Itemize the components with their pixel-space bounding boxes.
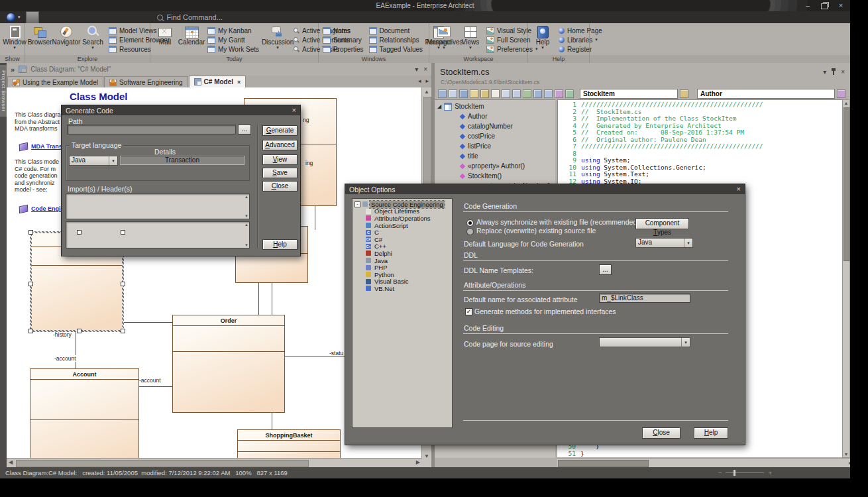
close-icon[interactable]: × [292,107,296,114]
view-button[interactable]: View [262,154,298,165]
scroll-left-icon[interactable]: ◀ [9,459,13,465]
expander-icon[interactable]: - [354,201,360,207]
diagram-horizontal-scrollbar[interactable]: ◀ ▶ [7,458,422,467]
radio-always-synchronize-label[interactable]: Always synchronize with existing file (r… [476,218,639,226]
scroll-up-icon[interactable]: ▲ [244,223,248,227]
toolbar-icon[interactable] [555,89,563,98]
scrollbar-thumb[interactable] [16,460,309,467]
ribbon-tab[interactable] [75,11,87,23]
mda-transform-link[interactable]: MDA Transf [31,143,64,150]
toolbar-icon[interactable] [544,89,553,98]
selection-handle[interactable] [121,329,125,333]
component-types-button[interactable]: Component Types [635,218,689,229]
scroll-right-icon[interactable]: ▸ [849,460,850,466]
calendar-button[interactable]: Calendar [178,24,205,46]
tree-item[interactable]: ◢ StockItem [435,101,555,111]
browse-button[interactable]: ... [238,125,251,135]
selection-handle[interactable] [28,329,33,333]
code-vertical-scrollbar[interactable]: ▲ ▼ [842,99,850,458]
scrollbar-thumb[interactable] [843,107,850,261]
ribbon-tab[interactable] [51,11,63,23]
toolbar-icon[interactable] [523,89,531,98]
uml-class-order[interactable]: Order [172,315,285,413]
options-tree-item[interactable]: Attribute/Operations [353,215,452,222]
ribbon-small-item[interactable]: Document [369,27,423,34]
scroll-down-icon[interactable]: ▼ [244,214,248,218]
close-icon[interactable]: × [237,79,241,85]
code-horizontal-scrollbar[interactable]: ▸ [557,458,850,468]
path-input[interactable] [67,125,236,135]
tab-csharp-model[interactable]: C# Model × [189,76,246,87]
class-selector-combo[interactable]: StockItem [580,89,678,99]
zoom-thumb[interactable] [733,470,735,476]
selection-handle[interactable] [77,329,81,333]
ribbon-tab[interactable] [123,11,135,23]
tree-item[interactable]: StockItem() [435,171,555,181]
ribbon-small-item[interactable]: My Kanban [207,27,262,34]
options-tree-item[interactable]: C# C# [353,236,452,243]
ribbon-tab[interactable] [111,11,123,23]
dialog-title-bar[interactable]: Object Options × [345,184,745,194]
scroll-up-icon[interactable]: ▲ [244,195,248,199]
generate-button[interactable]: Generate [262,125,298,136]
project-browser-tab[interactable]: Project Browser [0,65,7,117]
zoom-track[interactable] [726,472,764,473]
ribbon-tab[interactable] [39,11,51,23]
toolbar-icon[interactable] [512,89,521,98]
selection-handle[interactable] [28,282,33,286]
ribbon-tab[interactable] [135,11,146,23]
toolbar-icon[interactable] [837,89,845,98]
ribbon-small-item[interactable]: My Gantt [207,36,262,44]
scrollbar-thumb[interactable] [558,460,649,467]
toolbar-icon[interactable] [449,89,457,98]
options-tree-item[interactable]: Visual Basic [353,278,452,286]
tab-prev-icon[interactable]: ◂ [418,78,421,84]
ribbon-small-item[interactable]: Summary [323,36,364,44]
restore-button[interactable] [821,3,828,9]
toolbar-icon[interactable] [491,89,500,98]
selection-handle[interactable] [121,282,125,286]
find-command[interactable]: Find Command... [157,11,223,23]
code-page-combo[interactable]: ▾ [599,337,690,347]
tab-next-icon[interactable]: ▸ [425,78,429,84]
imports-textarea-1[interactable]: ▲ ▼ [66,193,250,219]
browser-button[interactable]: Browser [27,24,53,46]
gen-methods-label[interactable]: Generate methods for implemented interfa… [474,307,616,315]
ribbon-tab[interactable] [99,11,111,23]
tree-item[interactable]: costPrice [435,131,555,141]
toolbar-icon[interactable] [680,89,688,98]
gen-methods-checkbox[interactable]: ✓ [465,308,472,315]
scroll-up-icon[interactable]: ▲ [843,101,849,105]
ribbon-tab[interactable] [87,11,99,23]
scroll-down-icon[interactable]: ▼ [843,452,849,457]
scroll-down-icon[interactable]: ▼ [244,243,248,247]
tab-software-engineering[interactable]: Software Engineering [104,76,188,87]
zoom-out-icon[interactable]: − [718,469,722,476]
attr-name-input[interactable]: m_$LinkClass [599,294,690,303]
selection-handle[interactable] [28,230,33,235]
toolbar-icon[interactable] [533,89,542,98]
options-tree-item[interactable]: Python [353,271,452,278]
chevron-down-icon[interactable]: ▾ [415,66,418,73]
window-button[interactable]: Window ▾ [1,24,28,50]
default-language-combo[interactable]: Java ▾ [635,238,693,248]
help-button[interactable]: Help [262,239,298,250]
radio-replace-overwrite-label[interactable]: Replace (overwrite) existing source file [476,227,596,235]
options-tree-item[interactable]: ActionScript [353,222,452,229]
options-tree-item[interactable]: - Source Code Engineering [353,201,452,208]
ribbon-small-item[interactable]: Tagged Values [369,45,423,53]
member-selector-combo[interactable]: Author [697,89,835,99]
ribbon-tab[interactable] [26,11,39,23]
target-language-combo[interactable]: Java ▾ [69,156,118,166]
search-button[interactable]: Search ▾ [80,24,106,50]
options-tree-item[interactable]: C C [353,229,452,236]
close-button[interactable]: Close [262,181,298,192]
radio-replace-overwrite[interactable] [466,228,474,235]
tab-using-the-example-model[interactable]: Using the Example Model [7,76,103,87]
navigator-button[interactable]: Navigator [53,24,80,46]
discussion-button[interactable]: Discussion ▾ [264,24,291,50]
selection-handle[interactable] [77,230,81,235]
scroll-up-icon[interactable]: ▲ [422,89,431,95]
toolbar-icon[interactable] [438,89,447,98]
tree-item[interactable]: catalogNumber [435,121,555,131]
